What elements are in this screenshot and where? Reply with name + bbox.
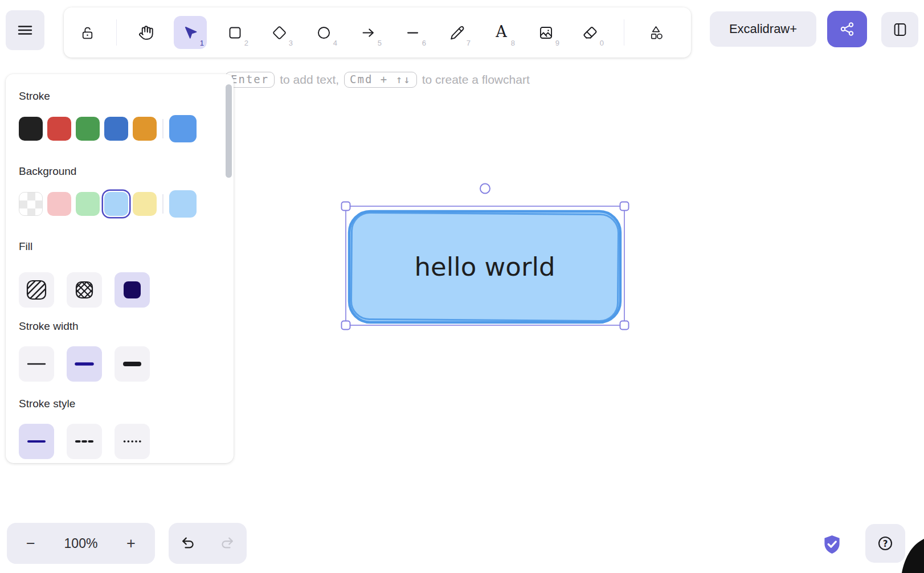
sidebar-panel-icon — [892, 22, 908, 38]
tool-line[interactable]: 6 — [396, 16, 429, 49]
stroke-color-red[interactable] — [47, 117, 71, 141]
redo-icon — [220, 536, 235, 551]
stroke-width-thin-button[interactable] — [19, 346, 54, 382]
tool-shortcut: 7 — [467, 39, 471, 47]
stroke-width-bold-button[interactable] — [67, 346, 102, 382]
stroke-color-row — [19, 115, 234, 142]
selection-handle-bottom-right[interactable] — [620, 321, 629, 330]
ellipse-icon — [316, 25, 332, 40]
fill-hachure-button[interactable] — [19, 272, 54, 308]
tool-image[interactable]: 9 — [529, 16, 562, 49]
selection-handle-top-left[interactable] — [342, 202, 350, 211]
rectangle-icon — [227, 25, 243, 40]
swatch-divider — [162, 194, 163, 214]
zoom-in-button[interactable]: + — [107, 523, 155, 564]
stroke-width-section-label: Stroke width — [19, 320, 234, 333]
tool-shortcut: 4 — [333, 39, 337, 47]
panel-scrollbar[interactable] — [226, 84, 232, 178]
share-icon — [839, 21, 856, 38]
background-color-transparent[interactable] — [19, 192, 43, 216]
svg-text:A: A — [495, 24, 507, 40]
background-section-label: Background — [19, 165, 234, 178]
fill-section-label: Fill — [19, 240, 234, 253]
background-color-yellow[interactable] — [133, 192, 157, 216]
stroke-width-extrabold-button[interactable] — [115, 346, 150, 382]
tool-shortcut: 2 — [244, 39, 248, 47]
stroke-style-dotted-button[interactable] — [115, 424, 150, 459]
medium-line-icon — [75, 361, 94, 367]
main-menu-button[interactable] — [6, 10, 44, 50]
tool-rectangle[interactable]: 2 — [218, 16, 251, 49]
shape-text: hello world — [415, 252, 555, 282]
selection-handle-bottom-left[interactable] — [342, 321, 350, 330]
stroke-style-section-label: Stroke style — [19, 398, 234, 410]
help-button[interactable]: ? — [865, 524, 905, 563]
shapes-icon — [648, 24, 664, 41]
tool-draw[interactable]: 7 — [440, 16, 473, 49]
tool-hand[interactable] — [129, 16, 162, 49]
tool-selection[interactable]: 1 — [174, 16, 207, 49]
tool-diamond[interactable]: 3 — [263, 16, 296, 49]
rotate-handle[interactable] — [480, 184, 490, 194]
text-tool-icon: A — [493, 24, 510, 41]
tool-more-shapes[interactable] — [639, 16, 672, 49]
excalidraw-plus-button[interactable]: Excalidraw+ — [710, 11, 816, 47]
tool-shortcut: 3 — [289, 39, 293, 47]
cursor-artifact — [900, 539, 924, 573]
redo-button[interactable] — [211, 525, 243, 562]
tool-shortcut: 9 — [555, 39, 559, 47]
zoom-level[interactable]: 100% — [55, 536, 107, 551]
question-circle-icon: ? — [876, 534, 894, 552]
tool-arrow[interactable]: 5 — [351, 16, 385, 49]
background-color-pink[interactable] — [47, 192, 71, 216]
hint-text-1: to add text, — [280, 73, 339, 87]
undo-button[interactable] — [172, 525, 204, 562]
selection-handle-top-right[interactable] — [620, 202, 629, 211]
history-controls — [169, 523, 247, 564]
tool-ellipse[interactable]: 4 — [307, 16, 340, 49]
mouse-pointer-icon — [183, 25, 198, 40]
crosshatch-icon — [73, 279, 96, 301]
tool-shortcut: 0 — [600, 39, 604, 47]
share-button[interactable] — [827, 11, 867, 47]
zoom-controls: − 100% + — [7, 523, 155, 564]
properties-panel: Stroke Background Fill — [6, 74, 234, 463]
fill-solid-button[interactable] — [115, 272, 150, 308]
current-background-color[interactable] — [169, 190, 197, 218]
lock-open-icon — [80, 25, 95, 40]
image-icon — [538, 25, 554, 40]
background-color-green[interactable] — [76, 192, 100, 216]
stroke-style-row — [19, 424, 234, 459]
tool-text[interactable]: A 8 — [485, 16, 518, 49]
hint-text-2: to create a flowchart — [422, 73, 530, 87]
zoom-out-button[interactable]: − — [7, 523, 55, 564]
eraser-icon — [583, 25, 598, 40]
background-color-blue[interactable] — [104, 192, 128, 216]
arrow-icon — [361, 25, 376, 40]
stroke-color-blue[interactable] — [104, 117, 128, 141]
sidebar-toggle-button[interactable] — [881, 12, 918, 47]
fill-crosshatch-button[interactable] — [67, 272, 102, 308]
line-icon — [405, 25, 420, 40]
canvas-hint: Enter to add text, Cmd + ↑↓ to create a … — [225, 72, 530, 88]
stroke-style-solid-button[interactable] — [19, 424, 54, 459]
hand-icon — [138, 25, 154, 40]
current-stroke-color[interactable] — [169, 115, 197, 142]
background-color-row — [19, 190, 234, 218]
shield-check-icon — [823, 534, 841, 555]
undo-icon — [181, 536, 195, 551]
canvas[interactable]: hello world — [319, 171, 649, 342]
canvas-shape-rectangle[interactable]: hello world — [349, 211, 620, 322]
stroke-color-green[interactable] — [76, 117, 100, 141]
tool-shortcut: 5 — [378, 39, 382, 47]
tool-eraser[interactable]: 0 — [574, 16, 607, 49]
stroke-color-black[interactable] — [19, 117, 43, 141]
stroke-color-orange[interactable] — [133, 117, 157, 141]
tool-shortcut: 1 — [200, 39, 204, 47]
excalidraw-plus-label: Excalidraw+ — [729, 22, 797, 36]
stroke-style-dashed-button[interactable] — [67, 424, 102, 459]
tool-shortcut: 6 — [422, 39, 426, 47]
fill-options-row — [19, 272, 234, 308]
toolbar: 1 2 3 4 5 6 7 — [64, 7, 691, 58]
tool-lock[interactable] — [71, 16, 104, 49]
